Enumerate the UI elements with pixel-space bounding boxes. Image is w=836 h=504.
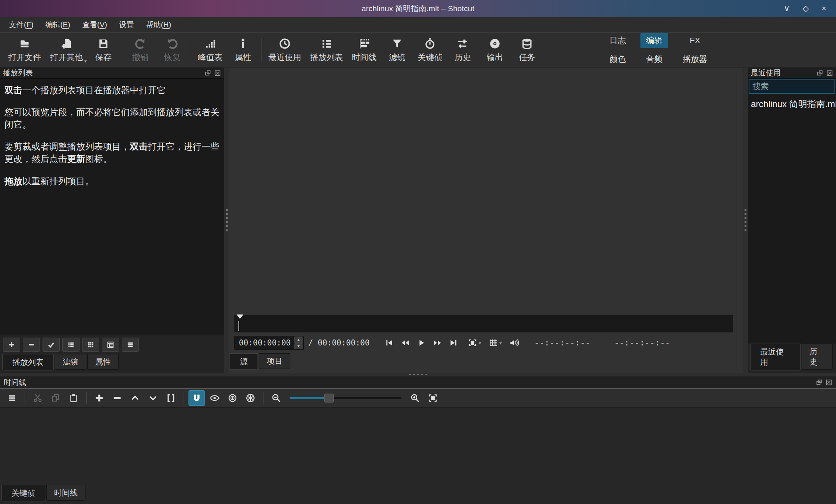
split-button[interactable]	[163, 390, 179, 406]
skip-start-icon[interactable]	[385, 339, 393, 347]
jobs-button[interactable]: 任务	[511, 35, 543, 65]
fast-forward-icon[interactable]	[433, 339, 442, 347]
properties-button[interactable]: 属性	[227, 35, 259, 65]
left-tabbar: 播放列表 滤镜 属性	[0, 354, 224, 373]
timeline-button[interactable]: 时间线	[347, 35, 381, 65]
filters-button[interactable]: 滤镜	[381, 35, 413, 65]
menu-settings[interactable]: 设置	[113, 18, 140, 32]
left-splitter[interactable]	[224, 68, 229, 373]
tab-filters[interactable]: 滤镜	[55, 354, 86, 370]
skip-end-icon[interactable]	[449, 339, 458, 347]
keyframes-button[interactable]: 关键侦	[413, 35, 447, 65]
tab-recent[interactable]: 最近使用	[750, 344, 801, 370]
layout-logging-button[interactable]: 日志	[604, 33, 631, 48]
rewind-icon[interactable]	[401, 339, 410, 347]
float-icon[interactable]	[817, 70, 823, 76]
tab-keyframes[interactable]: 关键侦	[1, 485, 45, 501]
redo-button[interactable]: 恢复	[156, 35, 188, 65]
history-button[interactable]: 历史	[447, 35, 479, 65]
player-zoom-button[interactable]: ▾	[468, 338, 481, 347]
open-other-button[interactable]: 打开其他 ▾	[46, 35, 87, 65]
database-icon	[521, 37, 533, 50]
grid-button[interactable]: ▾	[489, 338, 502, 347]
layout-fx-button[interactable]: FX	[684, 34, 706, 47]
zoom-slider-handle[interactable]	[324, 394, 334, 403]
copy-button[interactable]	[47, 390, 64, 406]
recent-panel-header: 最近使用	[748, 68, 836, 79]
ripple-all-tracks-button[interactable]	[242, 390, 259, 406]
append-button[interactable]	[91, 390, 107, 406]
volume-icon[interactable]	[509, 338, 519, 347]
ripple-delete-button[interactable]	[109, 390, 125, 406]
menu-help[interactable]: 帮助(H)	[140, 18, 177, 32]
view-details-button[interactable]	[62, 338, 79, 352]
horizontal-splitter[interactable]	[0, 373, 836, 376]
dock-close-icon[interactable]	[826, 379, 832, 386]
menu-bar: 文件(F) 编辑(E) 查看(V) 设置 帮助(H)	[0, 17, 836, 33]
toolbar-separator	[261, 38, 262, 62]
zoom-fit-button[interactable]	[425, 390, 441, 406]
recent-button[interactable]: 最近使用	[264, 35, 306, 65]
timeline-tracks-area[interactable]	[0, 408, 836, 485]
float-icon[interactable]	[816, 379, 823, 386]
minimize-icon[interactable]: ∨	[784, 4, 790, 13]
play-icon[interactable]	[417, 339, 425, 347]
timeline-menu-button[interactable]	[4, 390, 20, 406]
tab-source[interactable]: 源	[230, 353, 258, 370]
paste-button[interactable]	[65, 390, 82, 406]
layout-color-button[interactable]: 颜色	[604, 52, 631, 67]
layout-audio-button[interactable]: 音频	[640, 52, 668, 67]
playlist-panel-title: 播放列表	[3, 68, 33, 78]
float-icon[interactable]	[205, 70, 211, 76]
overwrite-button[interactable]	[145, 390, 161, 406]
menu-edit[interactable]: 编辑(E)	[40, 18, 77, 32]
menu-view[interactable]: 查看(V)	[76, 18, 113, 32]
undo-button[interactable]: 撤销	[124, 35, 156, 65]
view-tiles-button[interactable]	[102, 338, 119, 352]
snap-button[interactable]	[188, 390, 205, 406]
cut-button[interactable]	[29, 390, 46, 406]
scrub-while-dragging-button[interactable]	[206, 390, 223, 406]
tab-timeline[interactable]: 时间线	[46, 485, 85, 501]
tab-playlist[interactable]: 播放列表	[2, 354, 54, 370]
peak-meter-button[interactable]: 峰值表	[193, 35, 227, 65]
search-input[interactable]	[749, 79, 835, 94]
save-button[interactable]: 保存	[87, 35, 119, 65]
remove-button[interactable]	[23, 338, 40, 352]
open-file-button[interactable]: 打开文件	[4, 35, 46, 65]
timecode-spinner[interactable]: 00:00:00:00 ▲ ▼	[234, 336, 304, 350]
timecode-value[interactable]: 00:00:00:00	[235, 336, 294, 350]
dock-close-icon[interactable]	[826, 70, 833, 76]
update-button[interactable]	[43, 338, 60, 352]
playlist-panel-header: 播放列表	[0, 68, 224, 79]
zoom-slider[interactable]	[290, 394, 402, 403]
close-icon[interactable]: ×	[821, 4, 826, 13]
dock-close-icon[interactable]	[214, 70, 221, 76]
window-title: archlinux 简明指南.mlt – Shotcut	[0, 3, 836, 14]
spin-up-icon[interactable]: ▲	[294, 336, 303, 343]
playlist-panel: 播放列表 双击一个播放列表项目在播放器中打开它 您可以预览片段，而不必将它们添加…	[0, 68, 224, 373]
recent-panel-title: 最近使用	[751, 68, 781, 78]
add-button[interactable]	[3, 338, 20, 352]
scrubber-bar[interactable]	[234, 315, 733, 332]
layout-editing-button[interactable]: 编辑	[640, 33, 668, 48]
spin-down-icon[interactable]: ▼	[294, 343, 303, 350]
playhead-icon[interactable]	[237, 314, 243, 319]
playlist-button[interactable]: 播放列表	[306, 35, 347, 65]
zoom-out-button[interactable]	[268, 390, 284, 406]
tab-properties[interactable]: 属性	[87, 354, 119, 370]
recent-item[interactable]: archlinux 简明指南.mlt	[748, 97, 836, 112]
view-icons-button[interactable]	[82, 338, 99, 352]
export-button[interactable]: 输出	[479, 35, 511, 65]
tab-history[interactable]: 历史	[802, 344, 833, 370]
menu-hamburger-button[interactable]	[122, 338, 139, 352]
tab-project[interactable]: 项目	[259, 353, 290, 369]
ripple-button[interactable]	[224, 390, 241, 406]
menu-file[interactable]: 文件(F)	[3, 18, 40, 32]
maximize-icon[interactable]: ◇	[802, 4, 809, 13]
right-splitter[interactable]	[743, 68, 748, 373]
zoom-in-button[interactable]	[407, 390, 423, 406]
layout-player-button[interactable]: 播放器	[677, 52, 713, 67]
lift-button[interactable]	[127, 390, 143, 406]
dropdown-caret-icon: ▾	[479, 340, 481, 346]
